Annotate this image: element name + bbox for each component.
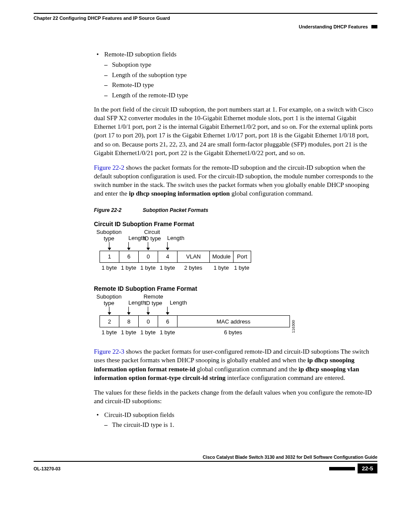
- bullet-list: Circuit-ID suboption fields The circuit-…: [94, 411, 377, 429]
- figure-label: Figure 22-2 Suboption Packet Formats: [94, 207, 377, 213]
- figure-number: Figure 22-2: [94, 207, 141, 213]
- bullet-list: Remote-ID suboption fields Suboption typ…: [94, 51, 377, 99]
- paragraph-text: global configuration command and the: [197, 366, 299, 373]
- diag-cell: 4: [158, 251, 177, 262]
- footer-decor-icon: [329, 467, 355, 470]
- diag-label: Length: [165, 294, 191, 307]
- diag-size: 1 byte: [138, 264, 158, 271]
- diag-label: Suboptiontype: [94, 229, 124, 242]
- dash-item: Length of the remote-ID type: [112, 92, 188, 99]
- diag-size: 1 byte: [158, 264, 177, 271]
- dash-item: The circuit-ID type is 1.: [112, 421, 174, 428]
- diag-size: 1 byte: [209, 264, 233, 271]
- diag-cell: 0: [139, 251, 158, 262]
- diag-cell: 2: [100, 316, 119, 327]
- paragraph: The values for these fields in the packe…: [94, 388, 377, 406]
- diag-size: 1 byte: [100, 329, 119, 336]
- circuit-id-diagram: Suboptiontype Length CircuitID type Leng…: [94, 229, 377, 271]
- diag-size: 1 byte: [158, 329, 177, 336]
- diag-cell: MAC address: [177, 316, 290, 327]
- dash-item: Length of the suboption type: [112, 72, 187, 78]
- paragraph: In the port field of the circuit ID subo…: [94, 105, 377, 158]
- diag-label: CircuitID type: [141, 229, 163, 242]
- diag-size: 6 bytes: [177, 329, 289, 336]
- diag-label: Suboptiontype: [94, 294, 124, 307]
- diag-label: Length: [163, 229, 189, 242]
- paragraph-text: interface configuration command are ente…: [227, 374, 345, 381]
- page-body: Remote-ID suboption fields Suboption typ…: [94, 51, 377, 429]
- page-header: Chapter 22 Configuring DHCP Features and…: [34, 13, 377, 29]
- diagram-heading: Remote ID Suboption Frame Format: [94, 285, 377, 292]
- dash-item: Suboption type: [112, 61, 151, 68]
- paragraph: Figure 22-3 shows the packet formats for…: [94, 347, 377, 382]
- figure-code: 116300: [291, 320, 296, 333]
- diag-cell: 1: [100, 251, 119, 262]
- bullet-item: Circuit-ID suboption fields: [104, 411, 174, 418]
- footer-page-number: 22-5: [358, 464, 377, 473]
- figure-link[interactable]: Figure 22-2: [94, 164, 124, 171]
- dash-item: Remote-ID type: [112, 81, 154, 88]
- remote-id-diagram: Suboptiontype Length RemoteID type Lengt…: [94, 294, 377, 336]
- bullet-item: Remote-ID suboption fields: [104, 51, 176, 58]
- header-section: Understanding DHCP Features: [299, 24, 368, 29]
- command-text: ip dhcp snooping information option: [129, 190, 230, 197]
- paragraph: Figure 22-2 shows the packet formats for…: [94, 163, 377, 198]
- diag-size: 1 byte: [233, 264, 250, 271]
- diag-size: 1 byte: [119, 329, 138, 336]
- diag-cell: 0: [139, 316, 158, 327]
- header-chapter: Chapter 22 Configuring DHCP Features and…: [34, 16, 377, 21]
- figure-title: Suboption Packet Formats: [143, 207, 208, 213]
- diag-label: RemoteID type: [141, 294, 165, 307]
- diag-cell: VLAN: [177, 251, 210, 262]
- diag-cell: Port: [234, 251, 251, 262]
- diag-size: 1 byte: [100, 264, 119, 271]
- diag-size: 2 bytes: [177, 264, 209, 271]
- diag-size: 1 byte: [119, 264, 138, 271]
- page-footer: Cisco Catalyst Blade Switch 3130 and 303…: [34, 454, 377, 473]
- diag-cell: Module: [210, 251, 234, 262]
- diag-cell: 8: [119, 316, 139, 327]
- diag-cell: 6: [158, 316, 177, 327]
- header-decor-icon: [371, 25, 377, 28]
- footer-guide-title: Cisco Catalyst Blade Switch 3130 and 303…: [34, 454, 377, 462]
- figure-link[interactable]: Figure 22-3: [94, 348, 124, 355]
- footer-docid: OL-13270-03: [34, 466, 60, 471]
- diagram-heading: Circuit ID Suboption Frame Format: [94, 221, 377, 227]
- diag-cell: 6: [119, 251, 139, 262]
- paragraph-text: global configuration command.: [230, 190, 312, 197]
- diag-size: 1 byte: [138, 329, 158, 336]
